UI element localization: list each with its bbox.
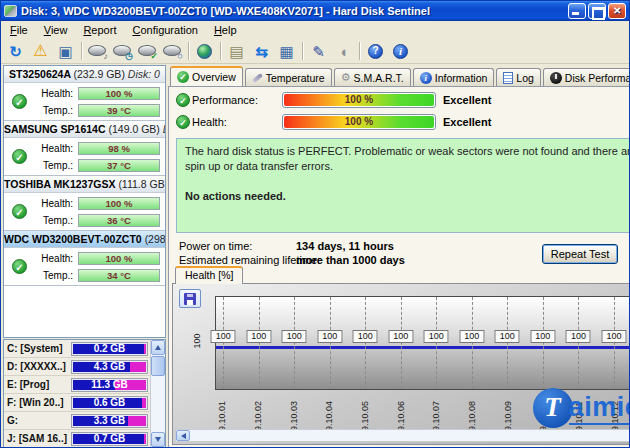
disk-health-bar: 100 % [78,197,160,210]
chart-scroll-track[interactable] [190,430,630,441]
chart-point-label: 100 [211,330,236,343]
tab-strip: OverviewTemperatureS.M.A.R.T.Information… [168,66,630,86]
disk-size: (149.0 GB) [108,123,159,135]
partition-size: 11.3 GB [72,379,147,391]
disk-item-3[interactable]: WDC WD3200BEVT-00ZCT0 (298✓Health:100 %T… [4,231,165,286]
title-bar[interactable]: Disk: 3, WDC WD3200BEVT-00ZCT0 [WD-WXE40… [1,1,629,21]
power-on-label: Power on time: [179,240,252,252]
refresh-button[interactable]: ↻ [3,40,28,63]
disk-header: WDC WD3200BEVT-00ZCT0 (298 [4,231,165,248]
menu-file[interactable]: File [2,22,36,38]
partition-label: G: [7,415,71,426]
status-action: No actions needed. [185,189,630,204]
warning-button[interactable]: ⚠ [28,40,53,63]
monitor-button[interactable]: ▣ [53,40,78,63]
scroll-left-icon[interactable] [176,430,190,441]
partition-size: 4.3 GB [72,361,147,373]
disk-model: TOSHIBA MK1237GSX [4,178,118,190]
disk-number: Disk: 0 [125,68,160,80]
partition-scrollbar[interactable] [150,340,165,447]
window-title: Disk: 3, WDC WD3200BEVT-00ZCT0 [WD-WXE40… [21,5,568,17]
taimienphi-watermark: T aimienphi .vn [533,388,630,428]
menu-report[interactable]: Report [75,22,124,38]
partition-label: C: [System] [7,343,71,354]
menu-help[interactable]: Help [206,22,245,38]
performance-value: 100 % [283,93,435,107]
globe-disk-button[interactable] [192,40,217,63]
partition-bar: 0.7 GB [71,432,148,446]
maximize-button[interactable] [588,3,606,19]
disk-item-2[interactable]: TOSHIBA MK1237GSX (111.8 GB)✓Health:100 … [4,176,165,231]
tab-information[interactable]: Information [413,68,495,86]
tab-overview[interactable]: Overview [170,66,243,86]
partition-bar: 3.3 GB [71,414,148,428]
sync-button[interactable]: ⇆ [249,40,274,63]
chart-point-label: 100 [495,330,520,343]
disk-search-button[interactable]: ○ [160,40,185,63]
tab-temperature[interactable]: Temperature [245,68,332,86]
disk-temp-label: Temp.: [34,105,78,116]
speaker-button[interactable]: ◖ [331,40,356,63]
disk-model: SAMSUNG SP1614C [4,123,108,135]
health-chart-tab[interactable]: Health [%] [175,266,243,284]
report-document-button[interactable]: ▤ [224,40,249,63]
main-area: OverviewTemperatureS.M.A.R.T.Information… [167,64,630,448]
partition-item-3[interactable]: F: [Win 20..]0.6 GB [4,394,150,412]
tab-log[interactable]: Log [496,68,541,86]
disk-check-button[interactable]: ✓ [135,40,160,63]
disk-item-1[interactable]: SAMSUNG SP1614C (149.0 GB) D✓Health:98 %… [4,121,165,176]
disk-clock-button[interactable]: ◷ [110,40,135,63]
chart-gridline [578,297,579,389]
scroll-thumb[interactable] [151,356,165,376]
info-button[interactable]: i [388,40,413,63]
repeat-test-button[interactable]: Repeat Test [542,244,618,264]
close-button[interactable] [608,3,626,19]
partition-item-4[interactable]: G:3.3 GB [4,412,150,430]
disk-ok-icon: ✓ [12,149,27,164]
performance-rating: Excellent [443,94,491,106]
tab-s-m-a-r-t[interactable]: S.M.A.R.T. [334,68,411,86]
menu-view[interactable]: View [36,22,76,38]
configure-button[interactable]: ✎ [306,40,331,63]
disk-list: ST3250624A (232.9 GB) Disk: 0✓Health:100… [3,65,166,338]
disk-temp-label: Temp.: [34,160,78,171]
disk-model: ST3250624A [9,68,73,80]
help-button[interactable]: ? [363,40,388,63]
globe-disk-icon [197,44,212,59]
chart-gridline [223,297,224,389]
menu-configuration[interactable]: Configuration [124,22,205,38]
chart-point-label: 100 [601,330,626,343]
tab-label: Temperature [266,72,325,84]
tab-disk-performance[interactable]: Disk Performance [543,68,630,86]
partition-item-2[interactable]: E: [Prog]11.3 GB [4,376,150,394]
disk-body: ✓Health:100 %Temp.:36 °C [4,193,165,230]
chart-scrollbar[interactable] [175,429,630,442]
scroll-down-icon[interactable] [151,432,165,447]
performance-label: Performance: [192,94,258,106]
toolbar-separator [81,42,82,60]
minimize-button[interactable] [568,3,586,19]
disk-header: SAMSUNG SP1614C (149.0 GB) D [4,121,165,138]
health-bar: 100 % [282,114,436,130]
chart-gridline [507,297,508,389]
disk-number: D [160,123,165,135]
status-text: The hard disk status is PERFECT. Problem… [185,144,630,175]
scroll-up-icon[interactable] [151,340,165,355]
help-icon: ? [368,44,383,59]
health-line-series [216,346,630,349]
save-chart-button[interactable] [179,289,201,308]
disk-health-bar: 100 % [78,252,160,265]
sync-icon: ⇆ [255,44,268,59]
disk-temp-label: Temp.: [34,270,78,281]
scroll-track[interactable] [151,355,165,432]
tab-label: Disk Performance [565,72,630,84]
partition-item-5[interactable]: J: [SAM 16..]0.7 GB [4,430,150,447]
disk-acoustic-button[interactable]: ♪ [85,40,110,63]
disk-size: (111.8 GB) [118,178,165,190]
network-button[interactable]: ▦ [274,40,299,63]
partition-item-1[interactable]: D: [XXXXX..]4.3 GB [4,358,150,376]
partition-label: F: [Win 20..] [7,397,71,408]
disk-item-0[interactable]: ST3250624A (232.9 GB) Disk: 0✓Health:100… [4,66,165,121]
partition-item-0[interactable]: C: [System]0.2 GB [4,340,150,358]
log-doc-icon [503,72,513,84]
